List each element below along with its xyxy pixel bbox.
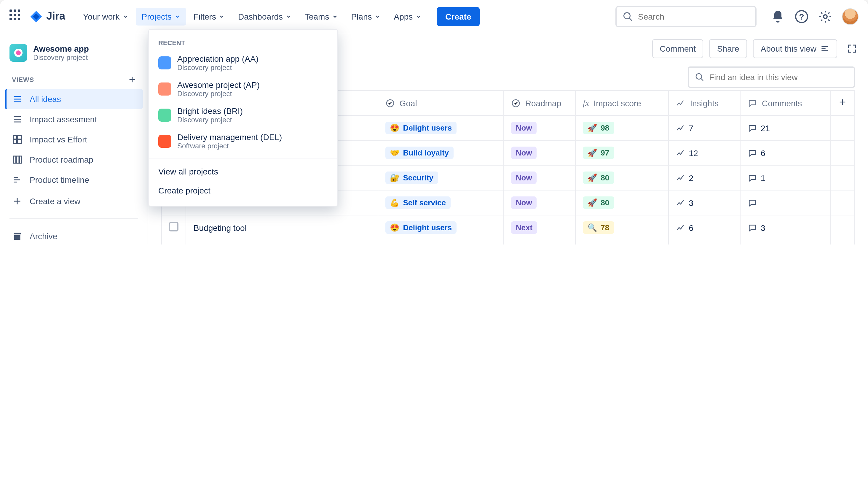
add-column-icon[interactable]: [838, 97, 847, 107]
expand-icon[interactable]: [847, 43, 857, 54]
search-icon: [695, 73, 704, 82]
dropdown-item-subtitle: Discovery project: [177, 90, 260, 98]
fx-icon: fx: [583, 98, 589, 108]
nav-label: Plans: [351, 11, 372, 21]
impact-score: 🚀80: [583, 196, 614, 209]
svg-point-4: [824, 15, 827, 18]
nav-teams[interactable]: Teams: [299, 7, 344, 25]
col-comments[interactable]: Comments: [762, 98, 802, 108]
view-icon: [12, 114, 23, 125]
view-icon: [12, 154, 23, 165]
dropdown-project-item[interactable]: Appreciation app (AA)Discovery project: [149, 50, 337, 76]
insights-value: 6: [676, 223, 733, 232]
about-view-button[interactable]: About this view: [753, 39, 837, 58]
sidebar-view-label: Impact assesment: [30, 115, 97, 124]
impact-score: 🚀80: [583, 172, 614, 184]
nav-projects[interactable]: Projects: [136, 7, 186, 25]
summary-text: Budgeting tool: [193, 223, 247, 232]
col-insights[interactable]: Insights: [690, 98, 719, 108]
dropdown-project-item[interactable]: Awesome project (AP)Discovery project: [149, 76, 337, 102]
share-button[interactable]: Share: [709, 39, 747, 58]
dropdown-item-subtitle: Software project: [177, 142, 282, 150]
search-input[interactable]: [638, 11, 749, 21]
dropdown-section-header: RECENT: [149, 36, 337, 50]
create-view-label: Create a view: [30, 196, 80, 206]
col-goal[interactable]: Goal: [399, 98, 417, 108]
svg-rect-9: [13, 156, 16, 163]
project-avatar-icon: [158, 109, 172, 122]
sidebar-view-product-roadmap[interactable]: Product roadmap: [5, 149, 143, 170]
settings-icon[interactable]: [818, 9, 832, 24]
col-roadmap[interactable]: Roadmap: [525, 98, 561, 108]
view-icon: [12, 174, 23, 185]
goal-tag: 💪Self service: [385, 196, 451, 209]
dropdown-item-title: Awesome project (AP): [177, 80, 260, 90]
user-avatar[interactable]: [842, 8, 859, 25]
roadmap-tag: Now: [511, 147, 537, 159]
help-icon[interactable]: ?: [795, 9, 809, 24]
dropdown-project-item[interactable]: Bright ideas (BRI)Discovery project: [149, 102, 337, 128]
dropdown-item-subtitle: Discovery project: [177, 63, 258, 72]
svg-rect-6: [18, 136, 21, 139]
create-button[interactable]: Create: [437, 7, 479, 26]
goal-tag: 🔐Security: [385, 172, 438, 184]
svg-rect-10: [16, 156, 19, 163]
sidebar-view-impact-vs-effort[interactable]: Impact vs Effort: [5, 130, 143, 149]
about-view-label: About this view: [761, 44, 816, 53]
sidebar-view-impact-assesment[interactable]: Impact assesment: [5, 109, 143, 130]
comments-col-icon: [748, 98, 757, 108]
jira-logo-text: Jira: [46, 10, 65, 23]
nav-filters[interactable]: Filters: [188, 7, 231, 25]
create-view-item[interactable]: Create a view: [5, 191, 143, 211]
find-input[interactable]: [709, 73, 848, 82]
sidebar-view-label: All ideas: [30, 94, 61, 104]
view-all-projects-link[interactable]: View all projects: [149, 162, 337, 181]
notifications-icon[interactable]: [771, 9, 785, 24]
goal-col-icon: [385, 98, 395, 108]
jira-logo[interactable]: Jira: [30, 10, 65, 23]
archive-icon: [12, 231, 23, 241]
goal-tag: 😍Delight users: [385, 122, 457, 134]
global-search[interactable]: [615, 6, 756, 27]
archive-label: Archive: [30, 231, 57, 241]
sidebar-view-all-ideas[interactable]: All ideas: [5, 89, 143, 109]
find-in-view[interactable]: [688, 66, 855, 88]
comments-value: [748, 198, 823, 207]
nav-plans[interactable]: Plans: [345, 7, 386, 25]
sidebar-view-label: Impact vs Effort: [30, 135, 87, 144]
view-icon: [12, 134, 23, 145]
comment-button[interactable]: Comment: [652, 39, 704, 58]
sidebar-view-product-timeline[interactable]: Product timeline: [5, 170, 143, 190]
insights-value: 12: [676, 148, 733, 157]
svg-rect-7: [13, 140, 17, 144]
project-avatar-icon: [158, 56, 172, 69]
col-impact[interactable]: Impact score: [594, 98, 641, 108]
view-icon: [12, 94, 23, 105]
plus-icon: [12, 196, 23, 206]
nav-label: Teams: [305, 11, 329, 21]
menu-icon: [820, 44, 830, 53]
nav-dashboards[interactable]: Dashboards: [232, 7, 298, 25]
roadmap-tag: Now: [511, 196, 537, 209]
dropdown-project-item[interactable]: Delivery management (DEL)Software projec…: [149, 128, 337, 154]
impact-score: 🔍78: [583, 221, 614, 234]
archive-item[interactable]: Archive: [5, 226, 143, 244]
views-header: VIEWS: [12, 76, 34, 83]
nav-apps[interactable]: Apps: [388, 7, 428, 25]
table-row[interactable]: CS chatbot AI🖊️DifferentiateNext🔍70: [161, 240, 855, 244]
create-project-link[interactable]: Create project: [149, 181, 337, 200]
app-switcher-icon[interactable]: [9, 9, 24, 24]
goal-tag: 🤝Build loyalty: [385, 147, 454, 159]
nav-label: Apps: [394, 11, 413, 21]
comments-value: 3: [748, 223, 823, 232]
add-view-icon[interactable]: [127, 75, 137, 84]
project-title: Awesome app: [33, 44, 89, 53]
roadmap-tag: Next: [511, 221, 537, 234]
nav-your-work[interactable]: Your work: [77, 7, 134, 25]
table-row[interactable]: Budgeting tool😍Delight usersNext🔍7863: [161, 215, 855, 240]
row-checkbox[interactable]: [169, 222, 179, 231]
insights-value: 3: [676, 198, 733, 207]
project-avatar-icon: [158, 83, 172, 95]
comments-value: 6: [748, 148, 823, 157]
insights-value: 2: [676, 173, 733, 182]
